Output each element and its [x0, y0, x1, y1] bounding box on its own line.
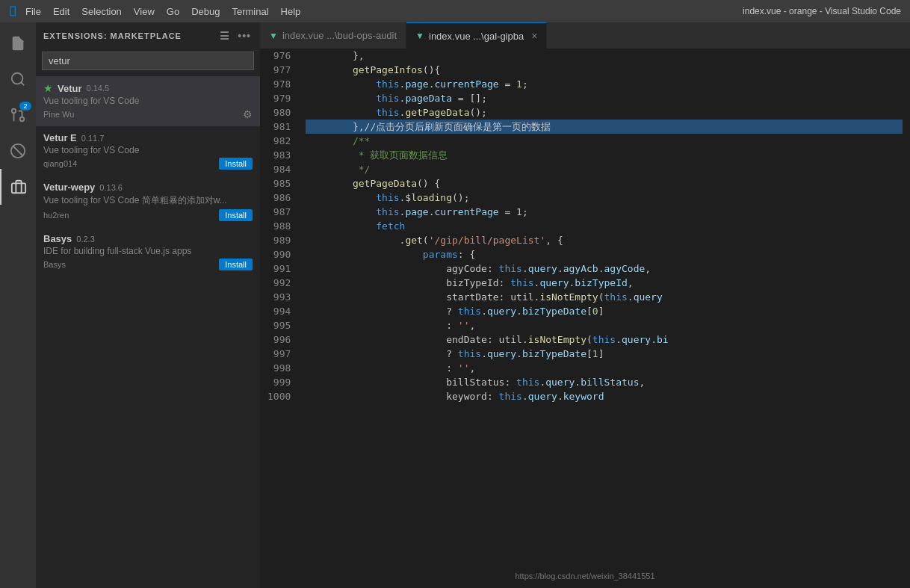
line-number: 998	[267, 361, 291, 375]
sidebar-header: EXTENSIONS: MARKETPLACE ☰ •••	[36, 22, 260, 49]
extension-name: Vetur-wepy	[43, 182, 95, 193]
code-line: this.page.currentPage = 1;	[306, 205, 903, 219]
extension-description: Vue tooling for VS Code	[43, 145, 253, 155]
menu-file[interactable]: File	[25, 6, 41, 17]
menu-debug[interactable]: Debug	[191, 6, 220, 17]
extensions-list: ★Vetur0.14.5Vue tooling for VS CodePine …	[36, 76, 260, 588]
search-box-container	[36, 49, 260, 76]
code-editor[interactable]: 9769779789799809819829839849859869879889…	[260, 49, 910, 588]
tab-label: index.vue ...\gal-gipba	[429, 31, 524, 42]
menu-selection[interactable]: Selection	[81, 6, 121, 17]
main-layout: 2 EXTENSIONS: MARKETPLACE ☰ ••• ★Vetur0.…	[0, 22, 910, 588]
close-tab-icon[interactable]: ×	[531, 30, 537, 42]
line-number: 984	[267, 162, 291, 176]
code-line: .get('/gip/bill/pageList', {	[306, 233, 903, 247]
extension-description: IDE for building full-stack Vue.js apps	[43, 246, 253, 256]
code-line: ? this.query.bizTypeDate[1]	[306, 347, 903, 361]
window-title: index.vue - orange - Visual Studio Code	[743, 6, 901, 16]
code-line: },	[306, 49, 903, 63]
menu-edit[interactable]: Edit	[53, 6, 69, 17]
sidebar-header-icons: ☰ •••	[218, 28, 253, 43]
line-number: 981	[267, 120, 291, 134]
line-number: 999	[267, 375, 291, 389]
activity-extensions[interactable]	[0, 169, 36, 205]
line-number: 986	[267, 191, 291, 205]
install-button[interactable]: Install	[219, 158, 253, 170]
extension-item[interactable]: Vetur E0.11.7Vue tooling for VS Codeqian…	[36, 126, 260, 176]
activity-search[interactable]	[0, 61, 36, 97]
code-line: bizTypeId: this.query.bizTypeId,	[306, 276, 903, 290]
code-line: getPageData() {	[306, 176, 903, 191]
extension-item[interactable]: Basys0.2.3IDE for building full-stack Vu…	[36, 227, 260, 276]
line-number: 982	[267, 134, 291, 148]
vue-icon: ▼	[269, 31, 278, 41]
line-number: 985	[267, 176, 291, 191]
activity-source-control[interactable]: 2	[0, 97, 36, 133]
line-number: 995	[267, 318, 291, 332]
svg-line-6	[13, 146, 23, 156]
more-actions-icon[interactable]: •••	[236, 28, 253, 43]
line-number: 988	[267, 219, 291, 233]
sidebar-title: EXTENSIONS: MARKETPLACE	[43, 31, 182, 40]
line-number: 983	[267, 148, 291, 162]
line-number: 976	[267, 49, 291, 63]
line-number: 987	[267, 205, 291, 219]
code-line: ? this.query.bizTypeDate[0]	[306, 304, 903, 318]
code-line: : '',	[306, 318, 903, 332]
code-line: /**	[306, 134, 903, 148]
extension-name: Vetur E	[43, 132, 77, 143]
menu-help[interactable]: Help	[281, 6, 301, 17]
svg-point-2	[20, 117, 25, 122]
code-line: params: {	[306, 247, 903, 261]
menu-go[interactable]: Go	[167, 6, 179, 17]
extension-author: hu2ren	[43, 211, 69, 220]
code-line: },//点击分页后刷新页面确保是第一页的数据	[306, 120, 903, 134]
sidebar: EXTENSIONS: MARKETPLACE ☰ ••• ★Vetur0.14…	[36, 22, 260, 588]
editor-tab[interactable]: ▼index.vue ...\bud-ops-audit	[260, 22, 406, 49]
menu-terminal[interactable]: Terminal	[232, 6, 268, 17]
code-line: startDate: util.isNotEmpty(this.query	[306, 290, 903, 304]
menu-bar: File Edit Selection View Go Debug Termin…	[25, 6, 300, 17]
install-button[interactable]: Install	[219, 209, 253, 221]
line-number: 990	[267, 247, 291, 261]
code-line: getPageInfos(){	[306, 63, 903, 77]
line-number: 994	[267, 304, 291, 318]
line-number: 979	[267, 91, 291, 105]
code-content: }, getPageInfos(){ this.page.currentPage…	[298, 49, 910, 588]
svg-rect-7	[12, 183, 25, 193]
activity-extensions-disabled[interactable]	[0, 133, 36, 169]
gear-icon[interactable]: ⚙	[243, 108, 253, 120]
menu-view[interactable]: View	[134, 6, 155, 17]
activity-files[interactable]	[0, 25, 36, 61]
svg-point-0	[12, 73, 23, 84]
extension-author: qiang014	[43, 159, 77, 168]
line-number: 980	[267, 105, 291, 120]
extension-item[interactable]: ★Vetur0.14.5Vue tooling for VS CodePine …	[36, 76, 260, 126]
extension-version: 0.2.3	[76, 235, 94, 244]
line-number: 989	[267, 233, 291, 247]
code-line: : '',	[306, 361, 903, 375]
code-line: fetch	[306, 219, 903, 233]
clear-extensions-icon[interactable]: ☰	[218, 28, 232, 43]
install-button[interactable]: Install	[219, 259, 253, 270]
extension-author: Basys	[43, 260, 66, 269]
code-line: keyword: this.query.keyword	[306, 389, 903, 403]
editor-tab[interactable]: ▼index.vue ...\gal-gipba×	[406, 22, 547, 49]
vscode-logo: ⌷	[9, 4, 16, 18]
line-number: 977	[267, 63, 291, 77]
code-line: this.page.currentPage = 1;	[306, 77, 903, 91]
line-number: 996	[267, 332, 291, 347]
extension-version: 0.14.5	[87, 84, 110, 93]
code-line: billStatus: this.query.billStatus,	[306, 375, 903, 389]
extension-author: Pine Wu	[43, 110, 74, 119]
extension-item[interactable]: Vetur-wepy0.13.6Vue tooling for VS Code …	[36, 176, 260, 227]
code-line: this.getPageData();	[306, 105, 903, 120]
tab-bar: ▼index.vue ...\bud-ops-audit▼index.vue .…	[260, 22, 910, 49]
extension-name: Vetur	[58, 83, 82, 94]
code-line: agyCode: this.query.agyAcb.agyCode,	[306, 261, 903, 276]
code-line: * 获取页面数据信息	[306, 148, 903, 162]
vue-icon: ▼	[415, 31, 424, 41]
extensions-search-input[interactable]	[42, 52, 254, 70]
source-control-badge: 2	[19, 102, 31, 111]
code-line: */	[306, 162, 903, 176]
